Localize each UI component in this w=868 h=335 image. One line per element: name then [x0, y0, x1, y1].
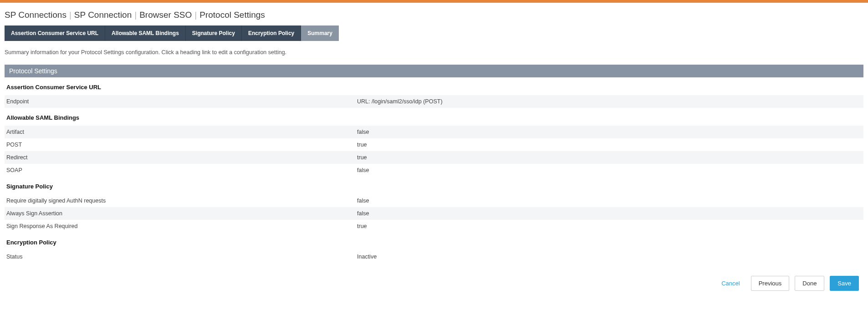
summary-row: Always Sign Assertionfalse	[5, 207, 863, 220]
row-value: URL: /login/saml2/sso/idp (POST)	[357, 98, 862, 105]
row-value: true	[357, 223, 862, 229]
action-bar: Cancel Previous Done Save	[5, 263, 863, 295]
page-description: Summary information for your Protocol Se…	[5, 49, 863, 56]
row-label: POST	[6, 142, 357, 148]
row-value: Inactive	[357, 254, 862, 260]
row-label: Require digitally signed AuthN requests	[6, 198, 357, 204]
tab-summary[interactable]: Summary	[301, 25, 339, 41]
previous-button[interactable]: Previous	[751, 276, 790, 291]
tab-encryption-policy[interactable]: Encryption Policy	[242, 25, 301, 41]
summary-row: Artifactfalse	[5, 126, 863, 138]
page-content: SP Connections|SP Connection|Browser SSO…	[0, 3, 868, 309]
tab-allowable-saml-bindings[interactable]: Allowable SAML Bindings	[105, 25, 186, 41]
row-label: SOAP	[6, 167, 357, 173]
row-label: Artifact	[6, 129, 357, 135]
tab-assertion-consumer-service-url[interactable]: Assertion Consumer Service URL	[5, 25, 105, 41]
summary-body: Assertion Consumer Service URLEndpointUR…	[5, 77, 863, 263]
row-value: false	[357, 210, 862, 217]
breadcrumb-separator: |	[132, 10, 139, 20]
tab-strip: Assertion Consumer Service URLAllowable …	[5, 25, 863, 41]
breadcrumb-segment[interactable]: SP Connection	[74, 10, 132, 20]
done-button[interactable]: Done	[795, 276, 824, 291]
breadcrumb-separator: |	[192, 10, 199, 20]
group-heading[interactable]: Signature Policy	[5, 177, 863, 194]
row-label: Sign Response As Required	[6, 223, 357, 229]
row-value: false	[357, 129, 862, 135]
section-header: Protocol Settings	[5, 65, 863, 77]
summary-row: POSTtrue	[5, 138, 863, 151]
row-value: true	[357, 154, 862, 161]
group-heading[interactable]: Encryption Policy	[5, 233, 863, 250]
breadcrumb-segment[interactable]: Browser SSO	[139, 10, 192, 20]
row-value: false	[357, 167, 862, 173]
group-heading[interactable]: Allowable SAML Bindings	[5, 108, 863, 126]
row-label: Redirect	[6, 154, 357, 161]
summary-row: SOAPfalse	[5, 164, 863, 177]
summary-row: EndpointURL: /login/saml2/sso/idp (POST)	[5, 95, 863, 108]
row-label: Always Sign Assertion	[6, 210, 357, 217]
breadcrumb: SP Connections|SP Connection|Browser SSO…	[5, 7, 863, 25]
group-heading[interactable]: Assertion Consumer Service URL	[5, 77, 863, 95]
row-label: Endpoint	[6, 98, 357, 105]
breadcrumb-separator: |	[66, 10, 74, 20]
row-value: true	[357, 142, 862, 148]
summary-row: Require digitally signed AuthN requestsf…	[5, 194, 863, 207]
save-button[interactable]: Save	[830, 276, 859, 291]
breadcrumb-segment[interactable]: SP Connections	[5, 10, 66, 20]
tab-signature-policy[interactable]: Signature Policy	[186, 25, 242, 41]
breadcrumb-segment[interactable]: Protocol Settings	[199, 10, 265, 20]
row-label: Status	[6, 254, 357, 260]
summary-row: Sign Response As Requiredtrue	[5, 220, 863, 233]
summary-row: Redirecttrue	[5, 151, 863, 164]
row-value: false	[357, 198, 862, 204]
cancel-button[interactable]: Cancel	[716, 276, 745, 290]
summary-row: StatusInactive	[5, 250, 863, 263]
